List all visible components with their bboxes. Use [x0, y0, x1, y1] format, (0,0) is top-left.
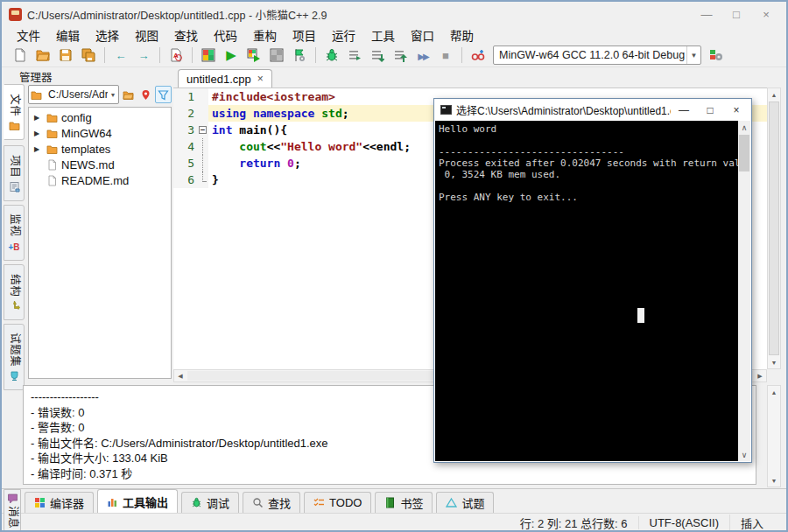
- bottom-tab-4[interactable]: TODO: [304, 492, 371, 513]
- bottom-tab-0[interactable]: 编译器: [25, 492, 94, 513]
- step-out-button[interactable]: [390, 46, 411, 65]
- continue-button[interactable]: ▶▶: [412, 46, 433, 65]
- editor-tab-bar: untitled1.cpp ×: [173, 68, 781, 88]
- step-into-button[interactable]: [367, 46, 388, 65]
- insert-mode-status[interactable]: 插入: [729, 514, 774, 531]
- messages-side-tab[interactable]: 消息: [4, 489, 21, 532]
- app-logo-icon: [9, 8, 22, 21]
- expand-arrow-icon[interactable]: ▶: [34, 114, 45, 122]
- minimize-button[interactable]: —: [692, 4, 721, 24]
- menu-item-2[interactable]: 选择: [88, 25, 127, 45]
- tree-item-1[interactable]: ▶ MinGW64: [29, 125, 171, 141]
- manager-tab-3[interactable]: 结构: [4, 264, 25, 320]
- fold-collapse-icon[interactable]: −: [199, 126, 207, 134]
- compiler-settings-button[interactable]: [706, 46, 727, 65]
- step-over-icon: [348, 48, 362, 62]
- expand-arrow-icon[interactable]: ▶: [34, 145, 45, 153]
- menu-item-9[interactable]: 工具: [363, 25, 403, 45]
- debug-button[interactable]: [321, 46, 342, 65]
- run-parameters-button[interactable]: [289, 46, 310, 65]
- scrollbar-thumb[interactable]: [769, 102, 779, 355]
- maximize-button[interactable]: □: [721, 4, 751, 24]
- scrollbar-thumb[interactable]: [739, 135, 749, 172]
- editor-tab-untitled1[interactable]: untitled1.cpp ×: [178, 69, 272, 88]
- console-close-button[interactable]: ×: [723, 100, 749, 120]
- save-button[interactable]: [55, 46, 76, 65]
- folder-icon: [45, 128, 59, 139]
- search-tab-icon: [252, 497, 264, 508]
- console-title-bar[interactable]: 选择C:\Users\Administrator\Desktop\untitle…: [434, 99, 751, 121]
- check-syntax-button[interactable]: A: [165, 46, 186, 65]
- encoding-status[interactable]: UTF-8(ASCII): [638, 516, 729, 529]
- stop-icon: ■: [442, 49, 449, 62]
- expand-arrow-icon[interactable]: ▶: [34, 130, 45, 137]
- open-folder-button[interactable]: [120, 86, 137, 103]
- debug-icon: [325, 48, 339, 62]
- menu-item-7[interactable]: 项目: [285, 25, 324, 45]
- tree-item-label: README.md: [61, 174, 129, 187]
- menu-item-6[interactable]: 重构: [245, 25, 285, 45]
- console-app-icon: [440, 105, 452, 115]
- scroll-up-icon[interactable]: ∧: [738, 121, 750, 134]
- tree-item-4[interactable]: README.md: [29, 172, 171, 188]
- new-file-button[interactable]: [10, 46, 31, 65]
- scroll-up-icon[interactable]: ▲: [768, 386, 780, 398]
- console-maximize-button[interactable]: □: [697, 100, 723, 120]
- scroll-left-icon[interactable]: ◀: [174, 370, 186, 382]
- menu-item-3[interactable]: 视图: [127, 25, 166, 45]
- step-into-icon: [370, 48, 384, 62]
- menu-item-0[interactable]: 文件: [9, 25, 48, 45]
- close-button[interactable]: ×: [751, 4, 781, 24]
- bottom-tab-3[interactable]: 查找: [243, 492, 300, 513]
- menu-item-4[interactable]: 查找: [166, 25, 206, 45]
- compile-run-button[interactable]: [243, 46, 264, 65]
- manager-tab-1[interactable]: 项目: [4, 145, 25, 201]
- chevron-down-icon: ▼: [686, 46, 700, 64]
- scroll-right-icon[interactable]: ▶: [754, 370, 766, 382]
- bottom-tab-2[interactable]: 调试: [181, 492, 239, 513]
- menu-item-5[interactable]: 代码: [206, 25, 245, 45]
- scroll-down-icon[interactable]: ▼: [768, 474, 780, 486]
- run-button[interactable]: ▶: [221, 46, 242, 65]
- manager-tab-2[interactable]: 监视 +B: [4, 205, 25, 261]
- open-folder-icon: [123, 89, 134, 101]
- menu-item-1[interactable]: 编辑: [48, 25, 88, 45]
- bottom-tab-1[interactable]: 工具输出: [97, 489, 178, 513]
- add-watch-button[interactable]: [468, 46, 489, 65]
- folder-icon: [45, 144, 59, 155]
- compiler-set-combobox[interactable]: MinGW-w64 GCC 11.2.0 64-bit Debug ▼: [493, 46, 701, 65]
- editor-vertical-scrollbar[interactable]: ▲ ▼: [767, 88, 781, 369]
- fold-line: [202, 155, 203, 172]
- manager-tab-0[interactable]: 文件: [4, 84, 25, 140]
- stop-button[interactable]: ■: [435, 46, 456, 65]
- folder-path-combobox[interactable]: C:/Users/Adr ▼: [28, 85, 119, 104]
- save-all-button[interactable]: [78, 46, 99, 65]
- scroll-up-icon[interactable]: ▲: [768, 88, 780, 101]
- menu-item-11[interactable]: 帮助: [442, 25, 482, 45]
- bottom-tab-6[interactable]: 试题: [436, 492, 494, 513]
- scroll-down-icon[interactable]: ∨: [738, 448, 750, 461]
- tree-item-3[interactable]: NEWS.md: [29, 157, 171, 172]
- step-over-button[interactable]: [344, 46, 365, 65]
- menu-item-10[interactable]: 窗口: [403, 25, 442, 45]
- console-minimize-button[interactable]: —: [671, 100, 697, 120]
- close-tab-icon[interactable]: ×: [257, 73, 264, 85]
- tree-item-0[interactable]: ▶ config: [29, 109, 171, 125]
- console-output[interactable]: Hello word -----------------------------…: [435, 121, 738, 461]
- open-file-button[interactable]: [32, 46, 53, 65]
- locate-file-button[interactable]: [137, 86, 154, 103]
- toolbar-separator: [461, 47, 462, 63]
- forward-arrow-button[interactable]: →: [133, 46, 154, 65]
- output-vertical-scrollbar[interactable]: ▲ ▼: [767, 385, 781, 487]
- menu-item-8[interactable]: 运行: [324, 25, 363, 45]
- back-arrow-button[interactable]: ←: [110, 46, 131, 65]
- filter-files-button[interactable]: [155, 86, 172, 103]
- rebuild-button[interactable]: [266, 46, 287, 65]
- fold-column: [198, 138, 208, 155]
- scroll-down-icon[interactable]: ▼: [768, 356, 780, 368]
- bottom-tab-5[interactable]: 书签: [375, 492, 433, 513]
- compile-button[interactable]: [198, 46, 219, 65]
- manager-tab-4[interactable]: 试题集: [4, 324, 25, 390]
- tree-item-2[interactable]: ▶ templates: [29, 141, 171, 157]
- console-scrollbar[interactable]: ∧ ∨: [738, 121, 750, 461]
